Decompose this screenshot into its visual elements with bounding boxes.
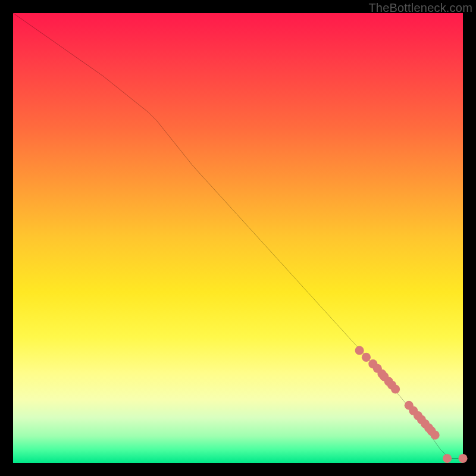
data-point bbox=[431, 431, 440, 440]
chart-frame: TheBottleneck.com bbox=[0, 0, 476, 476]
data-point bbox=[458, 454, 467, 463]
chart-overlay bbox=[13, 13, 463, 463]
data-point bbox=[443, 454, 452, 463]
data-markers bbox=[355, 346, 468, 463]
data-point bbox=[362, 353, 371, 362]
data-point bbox=[391, 384, 400, 393]
attribution-label: TheBottleneck.com bbox=[368, 1, 472, 15]
data-point bbox=[355, 346, 364, 355]
